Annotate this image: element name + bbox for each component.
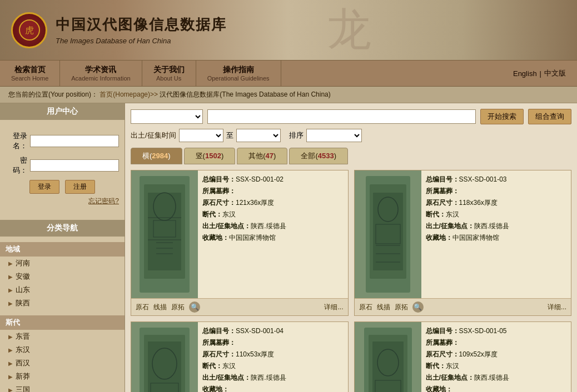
- grid-item-1: 总编目号：SSX-SD-001-02 所属墓葬： 原石尺寸：121x36x厚度 …: [131, 170, 349, 316]
- grid-item-3: 总编目号：SSX-SD-001-04 所属墓葬： 原石尺寸：110x53x厚度 …: [131, 321, 349, 392]
- tab-other[interactable]: 其他(47): [237, 148, 287, 164]
- item-2-detail[interactable]: 详细...: [548, 303, 566, 312]
- region-shaanxi[interactable]: ▶ 陕西: [0, 296, 125, 310]
- item-1-image: [131, 170, 198, 298]
- content-area: 开始搜索 组合查询 出土/征集时间 至 排序 横(2984) 竖(1502) 其…: [125, 103, 577, 392]
- epoch-xinmang[interactable]: ▶ 新莽: [0, 370, 125, 383]
- epoch-title: 斯代: [0, 315, 125, 330]
- lang-switcher: English | 中文版: [502, 61, 577, 86]
- search-text-input[interactable]: [207, 109, 476, 124]
- region-anhui[interactable]: ▶ 安徽: [0, 270, 125, 283]
- region-section: 地域 ▶ 河南 ▶ 安徽 ▶ 山东 ▶ 陕西: [0, 242, 125, 310]
- arrow-icon: ▶: [8, 274, 13, 280]
- breadcrumb-current: 汉代图像信息数据库(The Images Database of Han Chi…: [160, 91, 330, 98]
- tab-all[interactable]: 全部(4533): [289, 148, 348, 164]
- item-2-original[interactable]: 原石: [359, 303, 372, 312]
- nav-search-home[interactable]: 检索首页 Search Home: [0, 61, 60, 86]
- login-button[interactable]: 登录: [29, 180, 59, 194]
- date-label: 出土/征集时间: [131, 130, 176, 140]
- tab-horizontal[interactable]: 横(2984): [131, 148, 182, 164]
- region-henan[interactable]: ▶ 河南: [0, 257, 125, 270]
- result-tabs: 横(2984) 竖(1502) 其他(47) 全部(4533): [131, 148, 571, 164]
- user-center: 登录名： 密 码： 登录 注册 忘记密码?: [0, 125, 125, 212]
- breadcrumb-home[interactable]: 首页(Homepage)>>: [100, 91, 158, 98]
- search-row2: 出土/征集时间 至 排序: [131, 129, 571, 142]
- epoch-sanguo[interactable]: ▶ 三国: [0, 383, 125, 392]
- sidebar: 用户中心 登录名： 密 码： 登录 注册 忘记密码? 分类导航 地域 ▶: [0, 103, 125, 392]
- item-1-zoom[interactable]: 🔍: [189, 301, 200, 313]
- category-nav-title: 分类导航: [0, 220, 125, 237]
- item-2-actions: 原石 线描 原拓 🔍 详细...: [355, 298, 571, 315]
- svg-text:虎: 虎: [25, 26, 34, 35]
- item-2-image: [355, 170, 421, 298]
- sort-label: 排序: [289, 130, 304, 140]
- nav-guide[interactable]: 操作指南 Operational Guidelines: [196, 61, 281, 86]
- item-3-image: [131, 322, 198, 392]
- item-1-info: 总编目号：SSX-SD-001-02 所属墓葬： 原石尺寸：121x36x厚度 …: [198, 170, 348, 298]
- svg-rect-4: [148, 193, 181, 270]
- item-1-rubbing[interactable]: 原拓: [171, 303, 185, 312]
- sort-select[interactable]: [306, 129, 362, 142]
- main-container: 用户中心 登录名： 密 码： 登录 注册 忘记密码? 分类导航 地域 ▶: [0, 103, 577, 392]
- item-1-line[interactable]: 线描: [153, 303, 167, 312]
- grid-item-4: 总编目号：SSX-SD-001-05 所属墓葬： 原石尺寸：109x52x厚度 …: [354, 321, 572, 392]
- item-1-actions: 原石 线描 原拓 🔍 详细...: [131, 298, 348, 315]
- arrow-icon: ▶: [8, 360, 13, 366]
- breadcrumb-position: 您当前的位置(Your position)：: [8, 91, 98, 98]
- login-label: 登录名：: [6, 131, 27, 151]
- item-3-info: 总编目号：SSX-SD-001-04 所属墓葬： 原石尺寸：110x53x厚度 …: [198, 322, 348, 392]
- arrow-icon: ▶: [8, 374, 13, 380]
- item-4-info: 总编目号：SSX-SD-001-05 所属墓葬： 原石尺寸：109x52x厚度 …: [421, 322, 571, 392]
- arrow-icon: ▶: [8, 347, 13, 353]
- user-buttons: 登录 注册: [6, 180, 119, 194]
- date-from-select[interactable]: [179, 129, 223, 142]
- date-to-label: 至: [226, 130, 233, 140]
- item-2-rubbing[interactable]: 原拓: [395, 303, 408, 312]
- category-nav: 分类导航 地域 ▶ 河南 ▶ 安徽 ▶ 山东 ▶ 陕西: [0, 220, 125, 392]
- search-bar: 开始搜索 组合查询: [131, 109, 571, 124]
- tab-vertical[interactable]: 竖(1502): [184, 148, 236, 164]
- results-grid: 总编目号：SSX-SD-001-02 所属墓葬： 原石尺寸：121x36x厚度 …: [131, 170, 571, 392]
- item-1-detail[interactable]: 详细...: [324, 303, 343, 312]
- header-decoration: [299, 0, 577, 60]
- region-title: 地域: [0, 242, 125, 257]
- password-row: 密 码：: [6, 155, 119, 175]
- item-2-zoom[interactable]: 🔍: [412, 301, 424, 313]
- login-input[interactable]: [30, 135, 119, 147]
- lang-english[interactable]: English: [513, 69, 537, 78]
- epoch-xihan[interactable]: ▶ 西汉: [0, 356, 125, 370]
- svg-rect-14: [373, 193, 403, 270]
- forgot-password-link[interactable]: 忘记密码?: [6, 197, 119, 206]
- arrow-icon: ▶: [8, 300, 13, 306]
- breadcrumb: 您当前的位置(Your position)： 首页(Homepage)>> 汉代…: [0, 87, 577, 103]
- combined-query-button[interactable]: 组合查询: [528, 109, 571, 124]
- lang-separator: |: [540, 69, 541, 78]
- item-2-info: 总编目号：SSX-SD-001-03 所属墓葬： 原石尺寸：118x36x厚度 …: [421, 170, 571, 298]
- user-center-title: 用户中心: [0, 103, 125, 120]
- arrow-icon: ▶: [8, 387, 13, 393]
- nav-about[interactable]: 关于我们 About Us: [142, 61, 196, 86]
- item-2-line[interactable]: 线描: [377, 303, 390, 312]
- lang-chinese[interactable]: 中文版: [544, 68, 566, 78]
- register-button[interactable]: 注册: [65, 180, 95, 194]
- main-nav: 检索首页 Search Home 学术资讯 Academic Informati…: [0, 60, 577, 87]
- search-button[interactable]: 开始搜索: [480, 109, 524, 124]
- password-input[interactable]: [30, 159, 119, 172]
- logo-area: 虎 中国汉代图像信息数据库 The Images Database of Han…: [11, 12, 227, 48]
- epoch-dongjin[interactable]: ▶ 东晋: [0, 330, 125, 343]
- arrow-icon: ▶: [8, 260, 13, 267]
- header: 虎 中国汉代图像信息数据库 The Images Database of Han…: [0, 0, 577, 60]
- logo-icon: 虎: [11, 12, 47, 48]
- arrow-icon: ▶: [8, 287, 13, 293]
- grid-item-2: 总编目号：SSX-SD-001-03 所属墓葬： 原石尺寸：118x36x厚度 …: [354, 170, 572, 316]
- date-to-select[interactable]: [236, 129, 281, 142]
- site-title: 中国汉代图像信息数据库 The Images Database of Han C…: [56, 15, 227, 45]
- epoch-donghan[interactable]: ▶ 东汉: [0, 343, 125, 356]
- item-4-image: [355, 322, 421, 392]
- nav-academic[interactable]: 学术资讯 Academic Information: [60, 61, 142, 86]
- password-label: 密 码：: [6, 155, 27, 175]
- search-category-select[interactable]: [131, 109, 203, 124]
- item-1-original[interactable]: 原石: [136, 303, 149, 312]
- login-name-row: 登录名：: [6, 131, 119, 151]
- region-shandong[interactable]: ▶ 山东: [0, 283, 125, 296]
